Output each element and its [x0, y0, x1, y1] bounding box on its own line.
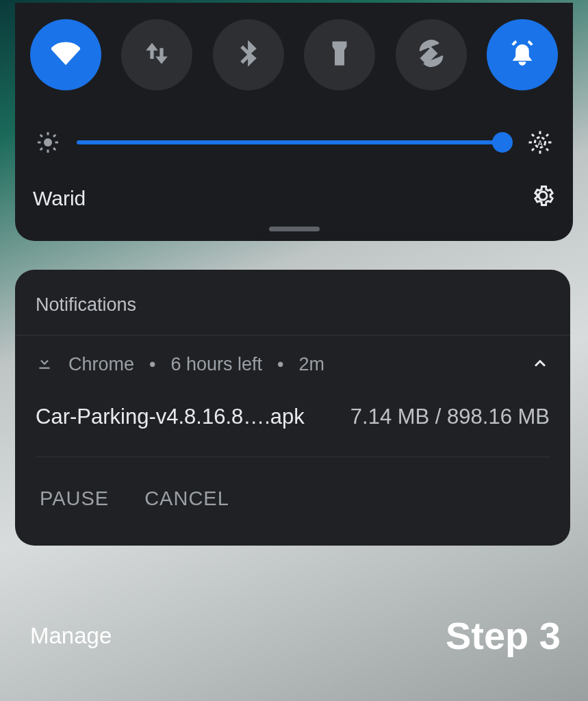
settings-button[interactable] [531, 183, 555, 213]
svg-line-18 [532, 149, 534, 151]
notification-age: 2m [299, 354, 325, 375]
auto-brightness-icon[interactable]: A [528, 130, 552, 155]
step-overlay-text: Step 3 [446, 613, 561, 658]
download-progress: 7.14 MB / 898.16 MB [350, 405, 550, 429]
svg-line-7 [53, 148, 55, 150]
brightness-slider[interactable] [77, 133, 511, 152]
brightness-thumb[interactable] [492, 132, 513, 153]
svg-line-6 [40, 135, 42, 137]
separator-dot: • [277, 354, 283, 375]
wifi-icon [51, 39, 80, 71]
dnd-toggle[interactable] [487, 19, 558, 90]
bell-icon [508, 39, 537, 71]
brightness-low-icon [36, 130, 60, 155]
bluetooth-toggle[interactable] [213, 19, 284, 90]
mobile-data-toggle[interactable] [121, 19, 192, 90]
auto-rotate-toggle[interactable] [396, 19, 467, 90]
notification-time-left: 6 hours left [170, 354, 262, 375]
svg-line-8 [40, 148, 42, 150]
carrier-row: Warid [29, 183, 559, 218]
svg-point-1 [44, 138, 52, 146]
notification-card: Notifications Chrome • 6 hours left • 2m… [15, 270, 570, 546]
quick-settings-panel: A Warid [15, 3, 573, 241]
svg-line-9 [53, 135, 55, 137]
bluetooth-icon [234, 39, 263, 71]
brightness-row: A [29, 97, 559, 183]
notification-app-name: Chrome [68, 354, 134, 375]
separator-dot: • [149, 354, 155, 375]
notifications-header: Notifications [15, 270, 570, 335]
svg-line-17 [546, 149, 548, 151]
svg-text:A: A [537, 139, 542, 147]
footer-row: Manage Step 3 [30, 613, 561, 658]
svg-line-16 [532, 134, 534, 136]
notification-item[interactable]: Chrome • 6 hours left • 2m Car-Parking-v… [15, 335, 570, 546]
mobile-data-icon [142, 39, 171, 71]
quick-toggles-row [29, 15, 559, 97]
manage-button[interactable]: Manage [30, 623, 112, 649]
cancel-button[interactable]: CANCEL [144, 487, 229, 510]
svg-point-0 [338, 53, 341, 56]
wifi-toggle[interactable] [30, 19, 101, 90]
download-filename: Car-Parking-v4.8.16.8….apk [36, 405, 305, 429]
flashlight-icon [325, 39, 354, 71]
download-icon [36, 353, 53, 376]
pause-button[interactable]: PAUSE [40, 487, 109, 510]
brightness-track [77, 140, 511, 144]
auto-rotate-icon [417, 39, 446, 71]
panel-drag-handle[interactable] [269, 227, 320, 231]
flashlight-toggle[interactable] [304, 19, 375, 90]
svg-line-19 [546, 134, 548, 136]
carrier-label: Warid [33, 187, 86, 210]
collapse-button[interactable] [531, 354, 550, 376]
